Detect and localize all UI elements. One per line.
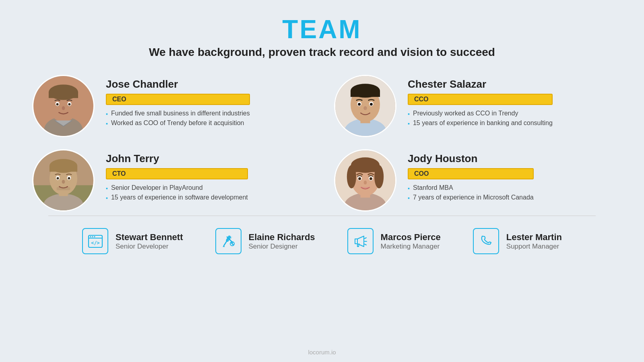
support-icon xyxy=(478,234,493,249)
footer: locorum.io xyxy=(308,349,336,362)
list-item: ▪ 15 years of experience in banking and … xyxy=(408,119,553,127)
list-item: ▪ 7 years of experience in Microsoft Can… xyxy=(408,194,534,201)
john-bullets: ▪ Senior Developer in PlayAround ▪ 15 ye… xyxy=(106,184,248,204)
bottom-member-stewart: </> Stewart Bennett Senior Developer xyxy=(82,228,183,254)
svg-rect-30 xyxy=(351,91,380,97)
avatar-chester xyxy=(334,75,396,137)
support-icon-box xyxy=(473,228,499,254)
page-subtitle: We have background, proven track record … xyxy=(149,46,495,59)
avatar-jose xyxy=(32,75,95,137)
svg-point-47 xyxy=(369,177,372,180)
jose-bullets: ▪ Funded five small business in differen… xyxy=(106,110,250,129)
footer-text: locorum.io xyxy=(308,349,336,356)
bullet-icon: ▪ xyxy=(106,195,108,201)
design-icon xyxy=(221,234,236,249)
lester-role: Support Manager xyxy=(506,243,562,251)
svg-rect-23 xyxy=(57,187,70,190)
lester-name: Lester Martin xyxy=(506,232,562,243)
bullet-icon: ▪ xyxy=(106,120,108,127)
bullet-icon: ▪ xyxy=(408,195,410,201)
bottom-member-elaine: Elaine Richards Senior Designer xyxy=(215,228,315,254)
list-item: ▪ Previously worked as CCO in Trendy xyxy=(408,110,553,117)
jose-info: Jose Chandler CEO ▪ Funded five small bu… xyxy=(106,75,250,129)
svg-point-22 xyxy=(62,180,65,184)
jody-bullets: ▪ Stanford MBA ▪ 7 years of experience i… xyxy=(408,184,534,204)
marcos-name: Marcos Pierce xyxy=(381,232,441,243)
svg-point-8 xyxy=(56,103,59,105)
team-member-jose: Jose Chandler CEO ▪ Funded five small bu… xyxy=(32,75,310,137)
bullet-icon: ▪ xyxy=(408,120,410,127)
marcos-role: Marketing Manager xyxy=(381,243,441,251)
svg-point-9 xyxy=(68,103,71,105)
elaine-name: Elaine Richards xyxy=(249,232,315,243)
chester-info: Chester Salazar CCO ▪ Previously worked … xyxy=(408,75,553,129)
list-item: ▪ 15 years of experience in software dev… xyxy=(106,194,248,201)
marketing-icon xyxy=(353,234,368,249)
svg-line-62 xyxy=(365,238,366,239)
svg-rect-17 xyxy=(50,166,77,171)
john-name: John Terry xyxy=(106,152,248,165)
team-column-right: Chester Salazar CCO ▪ Previously worked … xyxy=(334,75,612,212)
chester-name: Chester Salazar xyxy=(408,78,553,90)
team-member-jody: Jody Houston COO ▪ Stanford MBA ▪ 7 year… xyxy=(334,149,612,212)
page-title: TEAM xyxy=(149,14,495,44)
svg-point-43 xyxy=(374,165,384,189)
list-item: ▪ Senior Developer in PlayAround xyxy=(106,184,248,191)
svg-marker-56 xyxy=(223,246,225,247)
bottom-member-marcos: Marcos Pierce Marketing Manager xyxy=(347,228,441,254)
jody-name: Jody Houston xyxy=(408,152,534,165)
bullet-icon: ▪ xyxy=(408,185,410,191)
team-member-john: John Terry CTO ▪ Senior Developer in Pla… xyxy=(32,149,310,212)
team-column-left: Jose Chandler CEO ▪ Funded five small bu… xyxy=(32,75,310,212)
bullet-icon: ▪ xyxy=(106,111,108,117)
stewart-role: Senior Developer xyxy=(116,243,183,251)
svg-point-33 xyxy=(358,103,361,106)
chester-role: CCO xyxy=(408,94,553,105)
avatar-john xyxy=(32,149,95,212)
svg-point-46 xyxy=(358,177,361,180)
marketing-icon-box xyxy=(347,228,374,254)
code-icon-box: </> xyxy=(82,228,108,254)
stewart-name: Stewart Bennett xyxy=(116,232,183,243)
jose-role: CEO xyxy=(106,94,250,105)
svg-line-64 xyxy=(365,244,366,245)
bottom-team-section: </> Stewart Bennett Senior Developer Ela… xyxy=(50,228,594,254)
svg-point-48 xyxy=(364,181,367,185)
team-member-chester: Chester Salazar CCO ▪ Previously worked … xyxy=(334,75,612,137)
elaine-role: Senior Designer xyxy=(249,243,315,251)
svg-point-35 xyxy=(363,106,367,110)
svg-rect-5 xyxy=(49,92,78,98)
divider xyxy=(48,216,596,216)
svg-point-10 xyxy=(62,106,65,110)
svg-point-20 xyxy=(57,177,59,179)
svg-point-21 xyxy=(68,177,70,179)
svg-point-51 xyxy=(90,236,91,237)
bottom-member-lester: Lester Martin Support Manager xyxy=(473,228,562,254)
svg-point-53 xyxy=(94,236,95,237)
bullet-icon: ▪ xyxy=(106,185,108,191)
john-role: CTO xyxy=(106,168,248,179)
jody-info: Jody Houston COO ▪ Stanford MBA ▪ 7 year… xyxy=(408,149,534,204)
marcos-info: Marcos Pierce Marketing Manager xyxy=(381,232,441,251)
elaine-info: Elaine Richards Senior Designer xyxy=(249,232,315,251)
jody-role: COO xyxy=(408,168,534,179)
bullet-icon: ▪ xyxy=(408,111,410,117)
design-icon-box xyxy=(215,228,242,254)
svg-line-61 xyxy=(231,243,233,245)
list-item: ▪ Funded five small business in differen… xyxy=(106,110,250,117)
avatar-jody xyxy=(334,149,396,212)
code-icon: </> xyxy=(88,234,103,249)
list-item: ▪ Worked as COO of Trendy before it acqu… xyxy=(106,119,250,127)
main-team-section: Jose Chandler CEO ▪ Funded five small bu… xyxy=(0,75,644,212)
lester-info: Lester Martin Support Manager xyxy=(506,232,562,251)
svg-point-52 xyxy=(92,236,93,237)
jose-name: Jose Chandler xyxy=(106,78,250,90)
svg-point-34 xyxy=(370,103,373,106)
chester-bullets: ▪ Previously worked as CCO in Trendy ▪ 1… xyxy=(408,110,553,129)
page-header: TEAM We have background, proven track re… xyxy=(149,0,495,59)
svg-text:</>: </> xyxy=(91,240,100,246)
john-info: John Terry CTO ▪ Senior Developer in Pla… xyxy=(106,149,248,204)
list-item: ▪ Stanford MBA xyxy=(408,184,534,191)
svg-point-42 xyxy=(347,165,356,189)
stewart-info: Stewart Bennett Senior Developer xyxy=(116,232,183,251)
